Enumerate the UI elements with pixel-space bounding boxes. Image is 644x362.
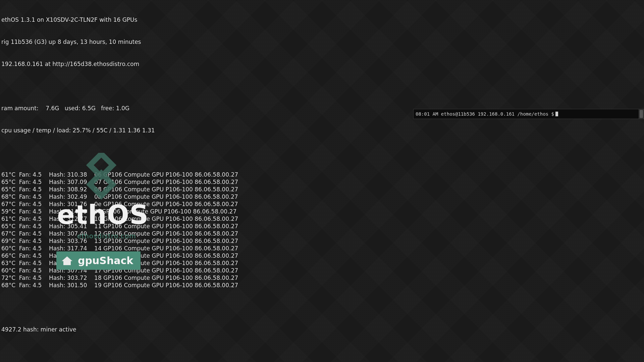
ethos-diamond-icon [77, 153, 131, 206]
gpushack-label: gpuShack [78, 255, 133, 266]
terminal-window[interactable]: 08:01 AM ethos@11b536 192.168.0.161 /hom… [413, 109, 644, 119]
os-line: ethOS 1.3.1 on X10SDV-2C-TLN2F with 16 G… [1, 16, 238, 23]
ip-line: 192.168.0.161 at http://165d38.ethosdist… [1, 60, 238, 68]
terminal-prompt: 08:01 AM ethos@11b536 192.168.0.161 /hom… [416, 111, 554, 117]
house-icon [61, 256, 73, 266]
ethos-logo-block: ethOS ethosdistro.com gpuShack [57, 200, 191, 270]
gpu-row: 72°C Fan: 4.5 Hash: 303.72 18 GP106 Comp… [1, 274, 238, 282]
hash-total-line: 4927.2 hash: miner active [1, 326, 238, 333]
gpu-row: 68°C Fan: 4.5 Hash: 301.50 19 GP106 Comp… [1, 282, 238, 289]
ethos-logo-subtitle: ethosdistro.com [77, 232, 191, 240]
svg-marker-2 [62, 256, 72, 265]
rig-line: rig 11b536 (G3) up 8 days, 13 hours, 10 … [1, 38, 238, 46]
ram-line: ram amount: 7.6G used: 6.5G free: 1.0G [1, 105, 238, 112]
gpushack-badge: gpuShack [56, 251, 141, 270]
cpu-line: cpu usage / temp / load: 25.7% / 55C / 1… [1, 127, 238, 134]
terminal-scrollbar[interactable] [639, 109, 644, 119]
svg-rect-1 [90, 173, 113, 196]
terminal-cursor [555, 112, 558, 116]
